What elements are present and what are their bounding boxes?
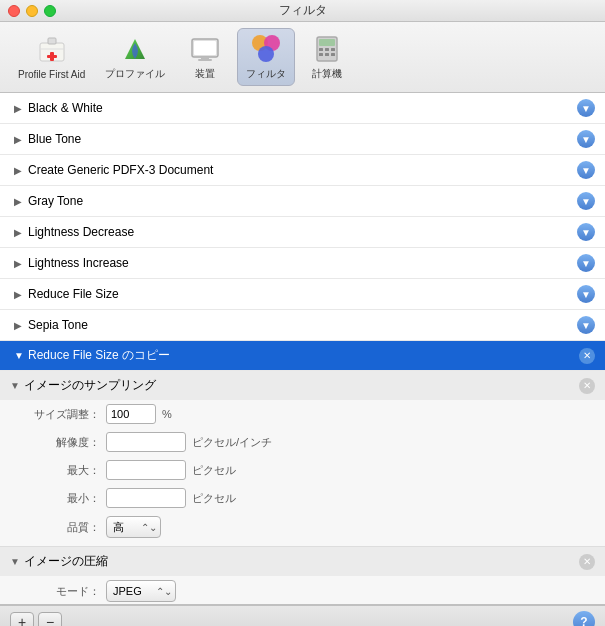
svg-rect-19 bbox=[331, 53, 335, 56]
profile-first-aid-icon bbox=[36, 35, 68, 67]
filter-row-create-generic[interactable]: ▶ Create Generic PDFX-3 Document ▼ bbox=[0, 155, 605, 186]
resolution-group: 解像度： ピクセル/インチ bbox=[0, 428, 605, 456]
size-unit: % bbox=[162, 408, 172, 420]
filter-row-lightness-increase[interactable]: ▶ Lightness Increase ▼ bbox=[0, 248, 605, 279]
filter-collapse-arrow: ▶ bbox=[14, 289, 24, 300]
size-adjustment-group: サイズ調整： % bbox=[0, 400, 605, 428]
window-controls[interactable] bbox=[8, 5, 56, 17]
filter-icon bbox=[250, 33, 282, 65]
filter-row-lightness-decrease[interactable]: ▶ Lightness Decrease ▼ bbox=[0, 217, 605, 248]
filter-row-reduce-file-size-copy[interactable]: ▼ Reduce File Size のコピー ✕ bbox=[0, 341, 605, 371]
mode-select-wrapper: JPEG PNG TIFF ⌃⌄ bbox=[106, 580, 176, 602]
max-input[interactable] bbox=[106, 460, 186, 480]
filter-row-reduce-file-size[interactable]: ▶ Reduce File Size ▼ bbox=[0, 279, 605, 310]
filter-close-button[interactable]: ✕ bbox=[579, 348, 595, 364]
expanded-compression-section: ▼ イメージの圧縮 ✕ モード： JPEG PNG TIFF ⌃⌄ 品質： 最小… bbox=[0, 547, 605, 605]
filter-name: Lightness Decrease bbox=[28, 225, 134, 239]
svg-rect-4 bbox=[47, 55, 57, 58]
filter-info-chevron[interactable]: ▼ bbox=[577, 316, 595, 334]
compression-section-close-button[interactable]: ✕ bbox=[579, 554, 595, 570]
close-button[interactable] bbox=[8, 5, 20, 17]
toolbar-item-profile-first-aid-label: Profile First Aid bbox=[18, 69, 85, 80]
quality-select[interactable]: 低 中 高 bbox=[106, 516, 161, 538]
expanded-sampling-section: ▼ イメージのサンプリング ✕ サイズ調整： % 解像度： ピクセル/インチ 最… bbox=[0, 371, 605, 547]
filter-info-chevron[interactable]: ▼ bbox=[577, 192, 595, 210]
max-group: 最大： ピクセル bbox=[0, 456, 605, 484]
svg-rect-2 bbox=[48, 38, 56, 44]
svg-rect-8 bbox=[198, 59, 212, 61]
filter-info-chevron[interactable]: ▼ bbox=[577, 161, 595, 179]
filter-name: Reduce File Size のコピー bbox=[28, 347, 170, 364]
filter-collapse-arrow: ▶ bbox=[14, 258, 24, 269]
filter-collapse-arrow: ▶ bbox=[14, 165, 24, 176]
filter-expand-arrow: ▼ bbox=[14, 350, 24, 361]
mode-group: モード： JPEG PNG TIFF ⌃⌄ bbox=[0, 576, 605, 605]
titlebar: フィルタ bbox=[0, 0, 605, 22]
svg-rect-13 bbox=[319, 39, 335, 46]
filter-row-blue-tone[interactable]: ▶ Blue Tone ▼ bbox=[0, 124, 605, 155]
filter-name: Sepia Tone bbox=[28, 318, 88, 332]
toolbar-item-device[interactable]: 装置 bbox=[177, 29, 233, 85]
toolbar: Profile First Aid プロファイル bbox=[0, 22, 605, 93]
minimize-button[interactable] bbox=[26, 5, 38, 17]
filter-name: Reduce File Size bbox=[28, 287, 119, 301]
min-group: 最小： ピクセル bbox=[0, 484, 605, 512]
svg-rect-18 bbox=[325, 53, 329, 56]
maximize-button[interactable] bbox=[44, 5, 56, 17]
svg-point-11 bbox=[258, 46, 274, 62]
remove-filter-button[interactable]: − bbox=[38, 612, 62, 627]
filter-name: Black & White bbox=[28, 101, 103, 115]
resolution-label: 解像度： bbox=[30, 435, 100, 450]
filter-collapse-arrow: ▶ bbox=[14, 103, 24, 114]
bottom-bar: + − ? bbox=[0, 605, 605, 626]
svg-rect-15 bbox=[325, 48, 329, 51]
resolution-input[interactable] bbox=[106, 432, 186, 452]
mode-select[interactable]: JPEG PNG TIFF bbox=[106, 580, 176, 602]
filter-info-chevron[interactable]: ▼ bbox=[577, 285, 595, 303]
calculator-icon bbox=[311, 33, 343, 65]
section-expand-arrow: ▼ bbox=[10, 380, 20, 391]
toolbar-item-filter[interactable]: フィルタ bbox=[237, 28, 295, 86]
svg-rect-16 bbox=[331, 48, 335, 51]
add-filter-button[interactable]: + bbox=[10, 612, 34, 627]
quality-group: 品質： 低 中 高 ⌃⌄ bbox=[0, 512, 605, 546]
sampling-section-header[interactable]: ▼ イメージのサンプリング ✕ bbox=[0, 371, 605, 400]
filter-name: Create Generic PDFX-3 Document bbox=[28, 163, 213, 177]
toolbar-item-calculator[interactable]: 計算機 bbox=[299, 29, 355, 85]
min-label: 最小： bbox=[30, 491, 100, 506]
mode-label: モード： bbox=[30, 584, 100, 599]
profile-icon bbox=[119, 33, 151, 65]
filter-info-chevron[interactable]: ▼ bbox=[577, 223, 595, 241]
filter-row-black-white[interactable]: ▶ Black & White ▼ bbox=[0, 93, 605, 124]
filter-row-sepia-tone[interactable]: ▶ Sepia Tone ▼ bbox=[0, 310, 605, 341]
quality-select-wrapper: 低 中 高 ⌃⌄ bbox=[106, 516, 161, 538]
toolbar-item-profile[interactable]: プロファイル bbox=[97, 29, 173, 85]
size-label: サイズ調整： bbox=[30, 407, 100, 422]
window-title: フィルタ bbox=[279, 2, 327, 19]
help-button[interactable]: ? bbox=[573, 611, 595, 627]
main-content: ▶ Black & White ▼ ▶ Blue Tone ▼ ▶ Create… bbox=[0, 93, 605, 605]
filter-row-gray-tone[interactable]: ▶ Gray Tone ▼ bbox=[0, 186, 605, 217]
filter-name: Blue Tone bbox=[28, 132, 81, 146]
filter-name: Gray Tone bbox=[28, 194, 83, 208]
filter-name: Lightness Increase bbox=[28, 256, 129, 270]
min-input[interactable] bbox=[106, 488, 186, 508]
filter-info-chevron[interactable]: ▼ bbox=[577, 99, 595, 117]
filter-collapse-arrow: ▶ bbox=[14, 227, 24, 238]
bottom-left-buttons: + − bbox=[10, 612, 62, 627]
filter-collapse-arrow: ▶ bbox=[14, 196, 24, 207]
sampling-section-title: イメージのサンプリング bbox=[24, 377, 156, 394]
toolbar-item-profile-first-aid[interactable]: Profile First Aid bbox=[10, 31, 93, 84]
quality-label: 品質： bbox=[30, 520, 100, 535]
filter-info-chevron[interactable]: ▼ bbox=[577, 130, 595, 148]
max-unit: ピクセル bbox=[192, 463, 236, 478]
compression-section-header[interactable]: ▼ イメージの圧縮 ✕ bbox=[0, 547, 605, 576]
size-input[interactable] bbox=[106, 404, 156, 424]
filter-collapse-arrow: ▶ bbox=[14, 320, 24, 331]
sampling-section-close-button[interactable]: ✕ bbox=[579, 378, 595, 394]
max-label: 最大： bbox=[30, 463, 100, 478]
device-icon bbox=[189, 33, 221, 65]
filter-info-chevron[interactable]: ▼ bbox=[577, 254, 595, 272]
compression-section-title: イメージの圧縮 bbox=[24, 553, 108, 570]
toolbar-item-calculator-label: 計算機 bbox=[312, 67, 342, 81]
